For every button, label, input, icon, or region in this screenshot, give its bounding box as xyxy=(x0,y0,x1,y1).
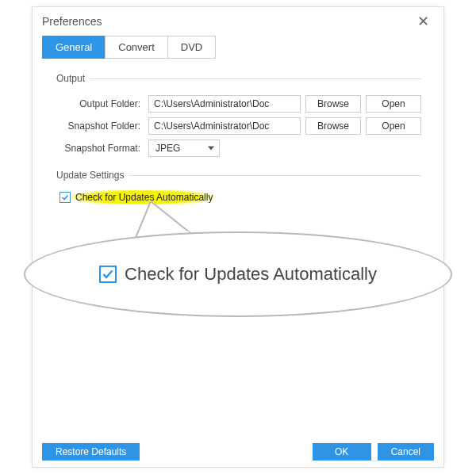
snapshot-format-value: JPEG xyxy=(155,143,180,154)
cancel-button[interactable]: Cancel xyxy=(378,443,434,461)
check-updates-checkbox-row[interactable]: Check for Updates Automatically xyxy=(58,190,227,205)
output-folder-row: Output Folder: Browse Open xyxy=(55,95,421,113)
check-updates-label: Check for Updates Automatically xyxy=(75,192,213,203)
tab-dvd[interactable]: DVD xyxy=(167,36,216,59)
update-settings-legend: Update Settings xyxy=(52,170,129,181)
window-title: Preferences xyxy=(42,15,102,28)
chevron-down-icon xyxy=(208,147,214,151)
tabs: General Convert DVD xyxy=(33,36,443,65)
output-folder-input[interactable] xyxy=(148,95,301,113)
titlebar: Preferences ✕ xyxy=(33,7,443,36)
snapshot-format-label: Snapshot Format: xyxy=(55,143,144,154)
update-settings-group: Update Settings Check for Updates Automa… xyxy=(55,170,421,206)
snapshot-folder-browse-button[interactable]: Browse xyxy=(305,117,361,135)
tab-general[interactable]: General xyxy=(42,36,106,59)
panel-general: Output Output Folder: Browse Open Snapsh… xyxy=(33,65,443,206)
check-updates-checkbox[interactable] xyxy=(60,192,71,203)
output-folder-open-button[interactable]: Open xyxy=(366,95,421,113)
snapshot-format-row: Snapshot Format: JPEG xyxy=(55,140,421,157)
dialog-footer: Restore Defaults OK Cancel xyxy=(33,443,443,461)
output-folder-label: Output Folder: xyxy=(55,98,144,109)
snapshot-folder-row: Snapshot Folder: Browse Open xyxy=(55,117,421,135)
checkmark-icon xyxy=(61,193,69,201)
output-legend: Output xyxy=(52,73,90,84)
snapshot-folder-open-button[interactable]: Open xyxy=(366,117,421,135)
tab-convert[interactable]: Convert xyxy=(105,36,168,59)
preferences-dialog: Preferences ✕ General Convert DVD Output… xyxy=(32,6,444,468)
snapshot-format-select[interactable]: JPEG xyxy=(148,140,220,157)
ok-button[interactable]: OK xyxy=(313,443,371,461)
output-folder-browse-button[interactable]: Browse xyxy=(305,95,361,113)
snapshot-folder-label: Snapshot Folder: xyxy=(55,120,144,132)
close-icon[interactable]: ✕ xyxy=(413,10,434,33)
output-group: Output Output Folder: Browse Open Snapsh… xyxy=(55,73,421,162)
snapshot-folder-input[interactable] xyxy=(148,117,301,135)
restore-defaults-button[interactable]: Restore Defaults xyxy=(42,443,140,461)
